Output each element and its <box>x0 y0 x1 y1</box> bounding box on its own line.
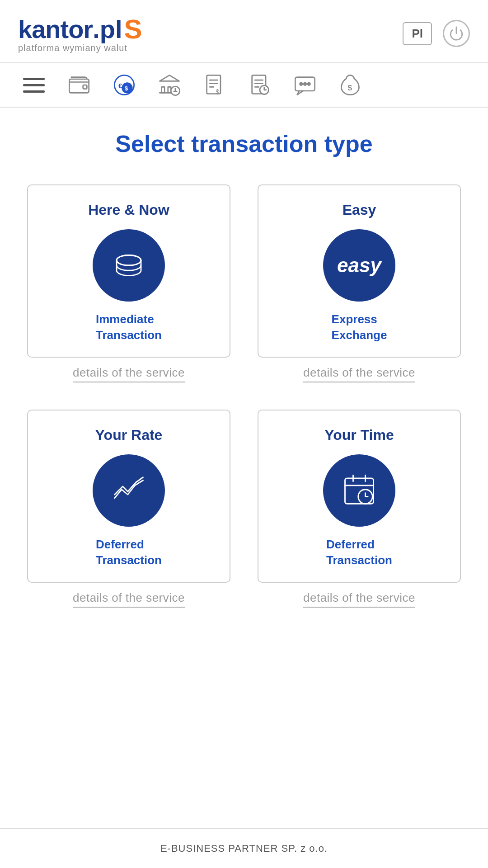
page-title: Select transaction type <box>27 130 461 157</box>
chart-icon <box>108 470 149 511</box>
card-your-rate-title: Your Rate <box>95 427 163 443</box>
card-easy-sub2: Exchange <box>332 328 387 342</box>
card-easy-subtitle: Express Exchange <box>332 311 387 343</box>
card-group-here-and-now: Here & Now Immediate Transaction details… <box>27 184 230 382</box>
card-here-and-now[interactable]: Here & Now Immediate Transaction <box>27 184 230 358</box>
card-group-your-time: Your Time Deferred Transaction <box>258 410 461 608</box>
bank-icon <box>158 73 181 97</box>
svg-marker-7 <box>160 75 179 81</box>
svg-point-27 <box>304 83 306 85</box>
navbar-invoice[interactable]: $ <box>199 71 230 99</box>
chat-icon <box>293 73 317 97</box>
card-your-time-sub2: Transaction <box>326 553 392 567</box>
card-here-and-now-subtitle: Immediate Transaction <box>96 311 162 343</box>
navbar-menu-icon[interactable] <box>18 71 50 99</box>
svg-rect-1 <box>69 79 89 93</box>
coins-icon <box>108 245 149 286</box>
card-group-easy: Easy easy Express Exchange details of th… <box>258 184 461 382</box>
navbar-history[interactable] <box>244 71 276 99</box>
card-your-time[interactable]: Your Time Deferred Transaction <box>258 410 461 583</box>
card-group-your-rate: Your Rate Deferred Transaction details o… <box>27 410 230 608</box>
card-your-time-details[interactable]: details of the service <box>303 591 415 608</box>
svg-point-31 <box>117 255 141 266</box>
wallet-icon <box>67 73 91 97</box>
navbar-chat[interactable] <box>289 71 321 99</box>
card-here-and-now-title: Here & Now <box>88 202 169 218</box>
calendar-icon <box>339 470 380 511</box>
card-your-rate[interactable]: Your Rate Deferred Transaction <box>27 410 230 583</box>
card-here-and-now-details[interactable]: details of the service <box>73 366 185 382</box>
navbar-exchange[interactable]: € $ <box>108 71 140 99</box>
navbar-bank[interactable] <box>154 71 185 99</box>
svg-rect-8 <box>162 87 165 93</box>
invoice-icon: $ <box>203 73 226 97</box>
svg-point-26 <box>300 83 302 85</box>
card-your-rate-sub1: Deferred <box>96 538 144 551</box>
card-here-and-now-sub2: Transaction <box>96 328 162 342</box>
card-your-time-title: Your Time <box>324 427 394 443</box>
navbar-wallet[interactable] <box>63 71 95 99</box>
navbar-moneybag[interactable]: $ <box>334 71 366 99</box>
cards-grid: Here & Now Immediate Transaction details… <box>27 184 461 608</box>
main-content: Select transaction type Here & Now Immed… <box>0 108 488 828</box>
moneybag-icon: $ <box>338 73 362 97</box>
chart-circle <box>93 454 165 527</box>
logo: kantor.plS platforma wymiany walut <box>18 14 142 53</box>
navbar: € $ $ <box>0 63 488 108</box>
svg-text:$: $ <box>125 85 128 92</box>
card-easy-details[interactable]: details of the service <box>303 366 415 382</box>
svg-text:$: $ <box>348 83 352 92</box>
footer: E-BUSINESS PARTNER SP. z o.o. <box>0 828 488 868</box>
hamburger-icon <box>23 78 45 93</box>
power-button[interactable] <box>443 20 470 47</box>
logo-kantor-text: kantor <box>18 14 93 44</box>
header-right: Pl <box>403 20 470 47</box>
svg-rect-2 <box>83 85 87 89</box>
card-your-rate-subtitle: Deferred Transaction <box>96 537 162 568</box>
header: kantor.plS platforma wymiany walut Pl <box>0 0 488 63</box>
card-here-and-now-sub1: Immediate <box>96 312 154 326</box>
card-easy-title: Easy <box>343 202 376 218</box>
card-your-rate-sub2: Transaction <box>96 553 162 567</box>
exchange-icon: € $ <box>113 73 136 97</box>
history-icon <box>248 73 272 97</box>
card-your-time-subtitle: Deferred Transaction <box>326 537 392 568</box>
card-easy-sub1: Express <box>332 312 377 326</box>
coins-circle <box>93 229 165 302</box>
calendar-circle <box>323 454 395 527</box>
card-your-time-sub1: Deferred <box>326 538 375 551</box>
power-icon <box>449 26 464 41</box>
logo-subtitle: platforma wymiany walut <box>18 43 142 53</box>
language-button[interactable]: Pl <box>403 22 432 45</box>
easy-circle: easy <box>323 229 395 302</box>
svg-text:$: $ <box>216 88 219 95</box>
card-your-rate-details[interactable]: details of the service <box>73 591 185 608</box>
footer-text: E-BUSINESS PARTNER SP. z o.o. <box>160 843 328 854</box>
card-easy[interactable]: Easy easy Express Exchange <box>258 184 461 358</box>
logo-dotpl-text: .pl <box>93 14 122 44</box>
easy-text: easy <box>337 254 381 277</box>
svg-point-28 <box>308 83 310 85</box>
logo-s-text: S <box>124 14 142 45</box>
